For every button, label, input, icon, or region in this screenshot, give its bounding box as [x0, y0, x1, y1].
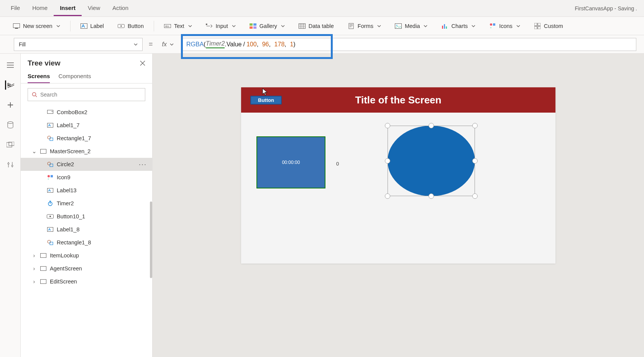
new-screen-label: New screen — [23, 23, 53, 29]
menu-insert[interactable]: Insert — [54, 1, 82, 16]
tab-components[interactable]: Components — [58, 73, 91, 83]
forms-dropdown[interactable]: Forms — [342, 20, 386, 32]
tree-node-label13[interactable]: Label13 — [21, 184, 152, 197]
chevron-down-icon — [377, 24, 381, 28]
rail-data[interactable] — [6, 120, 15, 129]
button-button[interactable]: Button — [112, 20, 149, 32]
tree-search-input[interactable] — [40, 92, 141, 98]
gallery-dropdown[interactable]: Gallery — [244, 20, 290, 32]
tree-node-rectangle1-8[interactable]: Rectangle1_8 — [21, 236, 152, 249]
resize-handle[interactable] — [385, 123, 390, 128]
text-dropdown[interactable]: Abc Text — [159, 20, 197, 32]
custom-icon — [534, 23, 541, 29]
rail-tree-view[interactable] — [5, 80, 14, 90]
icons-icon: + — [489, 23, 496, 29]
datatable-button[interactable]: Data table — [293, 20, 339, 32]
chevron-down-icon — [281, 24, 285, 28]
tree-node-editscreen[interactable]: ›EditScreen — [21, 275, 152, 288]
property-name: Fill — [19, 41, 26, 47]
media-dropdown[interactable]: Media — [389, 20, 433, 32]
tree-node-rectangle1-7[interactable]: Rectangle1_7 — [21, 132, 152, 145]
button-icon — [118, 23, 125, 29]
shape-icon — [47, 161, 54, 168]
menu-view[interactable]: View — [82, 1, 106, 16]
tree-node-combobox2[interactable]: ComboBox2 — [21, 106, 152, 119]
tree-close-button[interactable] — [140, 61, 145, 66]
screen-icon — [40, 148, 47, 155]
expand-icon[interactable]: ⌄ — [31, 148, 37, 154]
canvas-button-control[interactable]: Button — [250, 96, 282, 105]
property-selector[interactable]: Fill — [14, 38, 143, 51]
timer-icon — [47, 200, 54, 207]
main-area: Tree view Screens Components ComboBox2 L… — [0, 54, 644, 357]
menu-action[interactable]: Action — [106, 1, 135, 16]
scrollbar-thumb[interactable] — [150, 201, 152, 278]
rail-hamburger[interactable] — [6, 61, 15, 70]
tree-view-title: Tree view — [28, 59, 61, 67]
resize-handle[interactable] — [429, 193, 434, 199]
charts-icon — [441, 23, 448, 29]
tree-node-label1-8[interactable]: Label1_8 — [21, 223, 152, 236]
resize-handle[interactable] — [472, 193, 478, 199]
custom-label: Custom — [544, 23, 563, 29]
resize-handle[interactable] — [472, 158, 478, 164]
svg-rect-10 — [250, 26, 253, 29]
rail-advanced[interactable] — [6, 160, 15, 169]
svg-rect-9 — [253, 23, 256, 26]
ribbon-separator — [70, 21, 71, 31]
menu-home[interactable]: Home — [26, 1, 54, 16]
charts-dropdown[interactable]: Charts — [436, 20, 481, 32]
screen-icon — [40, 265, 47, 272]
tree-node-label1-7[interactable]: Label1_7 — [21, 119, 152, 132]
tree-node-button10-1[interactable]: Button10_1 — [21, 210, 152, 223]
tree-list[interactable]: ComboBox2 Label1_7 Rectangle1_7 ⌄MasterS… — [21, 106, 152, 357]
tree-node-timer2[interactable]: Timer2 — [21, 197, 152, 210]
canvas-timer-control[interactable]: 00:00:00 — [256, 136, 325, 188]
svg-rect-25 — [538, 26, 540, 29]
rail-insert[interactable] — [6, 100, 15, 110]
label-btn-text: Label — [90, 23, 104, 29]
canvas-screen[interactable]: Button Title of the Screen 00:00:00 0 — [241, 87, 555, 264]
expand-icon[interactable]: › — [31, 265, 37, 272]
table-icon — [299, 23, 306, 29]
shape-icon — [47, 135, 54, 142]
fx-button[interactable]: fx — [159, 41, 177, 48]
resize-handle[interactable] — [472, 123, 478, 128]
svg-rect-27 — [7, 142, 12, 147]
tree-node-agentscreen[interactable]: ›AgentScreen — [21, 262, 152, 275]
tab-screens[interactable]: Screens — [28, 73, 50, 83]
new-screen-button[interactable]: New screen — [8, 20, 66, 32]
tree-node-icon9[interactable]: +Icon9 — [21, 171, 152, 184]
charts-label: Charts — [451, 23, 468, 29]
icons-dropdown[interactable]: + Icons — [484, 20, 526, 32]
svg-rect-18 — [446, 26, 447, 29]
tree-tabs: Screens Components — [21, 69, 152, 84]
formula-input[interactable]: RGBA(Timer2.Value/100, 96, 178, 1) — [181, 38, 636, 51]
canvas-circle-selection[interactable] — [388, 126, 475, 196]
tree-node-circle2[interactable]: Circle2··· — [21, 158, 152, 171]
label-button[interactable]: Label — [75, 20, 109, 32]
expand-icon[interactable]: › — [31, 252, 37, 259]
resize-handle[interactable] — [429, 123, 434, 128]
resize-handle[interactable] — [385, 193, 390, 199]
svg-rect-7 — [206, 23, 207, 25]
screen-header: Button Title of the Screen — [241, 87, 555, 113]
menu-file[interactable]: File — [5, 1, 26, 16]
custom-dropdown[interactable]: Custom — [529, 20, 568, 32]
canvas-area[interactable]: Button Title of the Screen 00:00:00 0 — [153, 54, 644, 357]
chevron-down-icon — [232, 24, 236, 28]
tree-search[interactable] — [28, 88, 145, 101]
screen-title-label: Title of the Screen — [355, 94, 442, 106]
input-dropdown[interactable]: Input — [200, 20, 241, 32]
resize-handle[interactable] — [385, 158, 390, 164]
formula-token-num: 100 — [246, 41, 257, 48]
rail-media[interactable] — [6, 140, 15, 149]
chevron-down-icon — [56, 24, 60, 28]
svg-text:Abc: Abc — [165, 25, 169, 27]
expand-icon[interactable]: › — [31, 278, 37, 285]
tree-node-masterscreen-2[interactable]: ⌄MasterScreen_2 — [21, 145, 152, 158]
svg-point-34 — [48, 136, 51, 139]
tree-node-itemlookup[interactable]: ›ItemLookup — [21, 249, 152, 262]
text-btn-label: Text — [174, 23, 184, 29]
more-options-icon[interactable]: ··· — [139, 160, 147, 169]
